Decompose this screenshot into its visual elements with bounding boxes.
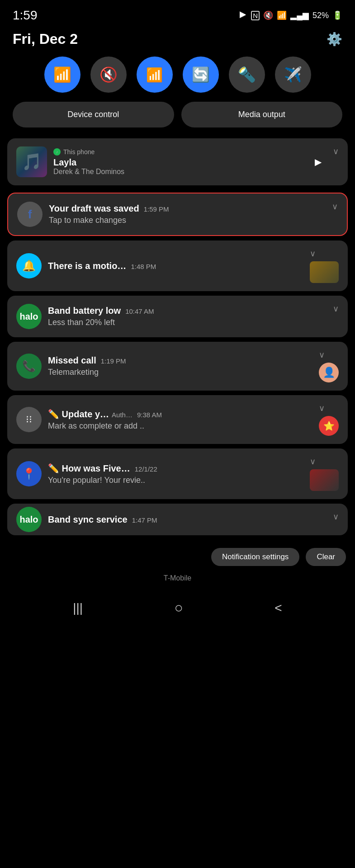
notif-right-tasks: ∨ ⭐ — [319, 403, 339, 436]
phone-app-icon: 📞 — [16, 354, 42, 379]
notif-title: Your draft was saved — [49, 203, 139, 214]
notif-expand-icon[interactable]: ∨ — [319, 403, 325, 413]
notif-expand-icon[interactable]: ∨ — [319, 350, 325, 360]
notif-time: 1:47 PM — [132, 516, 157, 524]
notif-title: There is a motio… — [48, 261, 126, 271]
nav-bar: ||| ○ < — [0, 589, 355, 631]
signal-icon: ▂▄▆ — [290, 10, 309, 20]
notif-expand-icon[interactable]: ∨ — [310, 457, 316, 467]
notif-expand-icon[interactable]: ∨ — [333, 304, 339, 314]
media-controls: ▶ — [309, 153, 327, 170]
bluetooth-icon: ⯈ — [239, 11, 247, 20]
mute-icon: 🔇 — [263, 10, 273, 20]
notif-title: ✏️ How was Five… — [48, 463, 130, 474]
notif-body: You're popular! Your revie.. — [48, 476, 303, 485]
album-art: 🎵 — [16, 146, 47, 177]
media-expand-icon[interactable]: ∨ — [333, 146, 339, 156]
notif-time: 9:38 AM — [137, 411, 162, 419]
notif-content-halo: Band battery low 10:47 AM Less than 20% … — [48, 306, 327, 327]
notif-right-ring: ∨ — [310, 249, 339, 283]
notif-content-phone: Missed call 1:19 PM Telemarketing — [48, 355, 312, 377]
toggle-bluetooth[interactable]: 📶 — [137, 57, 173, 93]
mute-toggle-icon: 🔇 — [99, 66, 118, 83]
device-control-button[interactable]: Device control — [13, 102, 174, 127]
media-info: ♪ This phone Layla Derek & The Dominos — [53, 148, 303, 176]
flashlight-toggle-icon: 🔦 — [238, 66, 256, 83]
battery-icon: 🔋 — [332, 10, 342, 20]
notif-title: Missed call — [48, 355, 96, 366]
tasks-app-icon: ⁝⁝ — [16, 407, 42, 432]
toggle-wifi[interactable]: 📶 — [44, 57, 80, 93]
quick-toggles: 📶 🔇 📶 🔄 🔦 ✈️ — [0, 57, 355, 102]
caller-avatar: 👤 — [319, 363, 339, 382]
airplane-toggle-icon: ✈️ — [284, 66, 302, 83]
notif-time: 1:59 PM — [144, 205, 169, 213]
notif-title: ✏️ Update y… — [48, 409, 109, 420]
carrier-label: T-Mobile — [0, 571, 355, 589]
notif-content-band-sync: Band sync service 1:47 PM — [48, 514, 327, 525]
sync-toggle-icon: 🔄 — [192, 66, 210, 83]
battery-pct: 52% — [312, 11, 329, 20]
notification-tasks-update[interactable]: ⁝⁝ ✏️ Update y… Auth… 9:38 AM Mark as co… — [7, 395, 348, 444]
notification-bottom-bar: Notification settings Clear — [0, 540, 355, 571]
toggle-flashlight[interactable]: 🔦 — [229, 57, 265, 93]
notification-settings-button[interactable]: Notification settings — [211, 548, 299, 566]
notif-body: Mark as complete or add .. — [48, 421, 312, 431]
halo2-app-icon: halo — [16, 507, 42, 532]
media-output-button[interactable]: Media output — [181, 102, 343, 127]
notif-title: Band battery low — [48, 306, 121, 316]
notification-missed-call[interactable]: 📞 Missed call 1:19 PM Telemarketing ∨ 👤 — [7, 342, 348, 391]
media-source: ♪ This phone — [53, 148, 303, 156]
home-button[interactable]: ○ — [164, 596, 194, 620]
notif-body: Less than 20% left — [48, 318, 327, 327]
toggle-mute[interactable]: 🔇 — [90, 57, 127, 93]
notif-time: 1:19 PM — [101, 357, 126, 365]
notification-facebook-draft[interactable]: f Your draft was saved 1:59 PM Tap to ma… — [7, 193, 348, 236]
wifi-toggle-icon: 📶 — [53, 66, 71, 83]
halo-app-icon: halo — [16, 304, 42, 329]
notif-expand-icon[interactable]: ∨ — [332, 202, 338, 212]
notifications-list: f Your draft was saved 1:59 PM Tap to ma… — [0, 193, 355, 535]
spotify-icon: ♪ — [53, 148, 61, 156]
notif-content-tasks: ✏️ Update y… Auth… 9:38 AM Mark as compl… — [48, 409, 312, 431]
nfc-icon: N — [251, 11, 260, 20]
ring-app-icon: 🔔 — [16, 253, 42, 278]
quick-actions: Device control Media output — [0, 102, 355, 138]
toggle-sync[interactable]: 🔄 — [183, 57, 219, 93]
media-title: Layla — [53, 157, 303, 168]
location-app-icon: 📍 — [16, 461, 42, 486]
media-artist: Derek & The Dominos — [53, 168, 303, 176]
status-time: 1:59 — [13, 8, 38, 23]
notif-body: Telemarketing — [48, 368, 312, 377]
header-date: Fri, Dec 2 — [13, 31, 78, 47]
notification-halo-battery[interactable]: halo Band battery low 10:47 AM Less than… — [7, 296, 348, 337]
notif-right-review: ∨ — [310, 457, 339, 491]
notif-body: Tap to make changes — [49, 216, 326, 225]
bluetooth-toggle-icon: 📶 — [146, 67, 163, 83]
status-icons: ⯈ N 🔇 📶 ▂▄▆ 52% 🔋 — [239, 10, 342, 20]
facebook-app-icon: f — [17, 202, 43, 227]
ring-thumbnail — [310, 261, 339, 283]
notif-content-facebook-draft: Your draft was saved 1:59 PM Tap to make… — [49, 203, 326, 225]
status-bar: 1:59 ⯈ N 🔇 📶 ▂▄▆ 52% 🔋 — [0, 0, 355, 26]
play-button[interactable]: ▶ — [309, 153, 327, 170]
clear-button[interactable]: Clear — [306, 548, 346, 566]
notif-content-ring: There is a motio… 1:48 PM — [48, 261, 303, 271]
tasks-badge: ⭐ — [319, 416, 339, 436]
notif-time: 10:47 AM — [125, 307, 154, 315]
media-player-card[interactable]: 🎵 ♪ This phone Layla Derek & The Dominos… — [7, 138, 348, 185]
notif-expand-icon[interactable]: ∨ — [333, 512, 339, 522]
header: Fri, Dec 2 ⚙️ — [0, 26, 355, 57]
notif-expand-icon[interactable]: ∨ — [310, 249, 316, 259]
notification-review[interactable]: 📍 ✏️ How was Five… 12/1/22 You're popula… — [7, 448, 348, 499]
notif-content-review: ✏️ How was Five… 12/1/22 You're popular!… — [48, 463, 303, 485]
notification-ring-motion[interactable]: 🔔 There is a motio… 1:48 PM ∨ — [7, 241, 348, 291]
wifi-icon: 📶 — [277, 10, 287, 20]
restaurant-thumbnail — [310, 469, 339, 491]
notif-time: 1:48 PM — [131, 263, 156, 270]
notification-band-sync[interactable]: halo Band sync service 1:47 PM ∨ — [7, 504, 348, 535]
toggle-airplane[interactable]: ✈️ — [275, 57, 311, 93]
settings-icon[interactable]: ⚙️ — [327, 32, 342, 47]
back-button[interactable]: < — [264, 597, 293, 619]
recents-button[interactable]: ||| — [62, 597, 94, 619]
